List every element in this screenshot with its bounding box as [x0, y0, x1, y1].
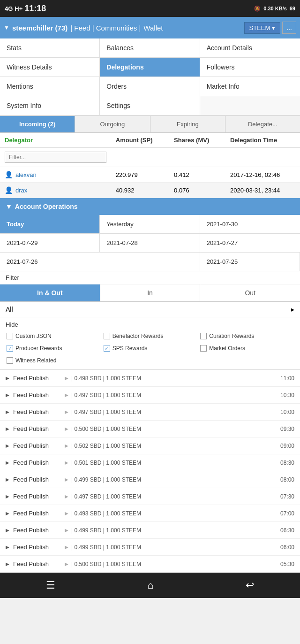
hide-witness-related[interactable]: Witness Related [6, 355, 101, 366]
checkbox-producer-rewards[interactable] [7, 345, 13, 352]
play-icon[interactable]: ▶ [65, 392, 68, 398]
checkbox-curation-rewards[interactable] [200, 333, 207, 339]
play-icon[interactable]: ▶ [65, 460, 68, 465]
menu-balances[interactable]: Balances [100, 38, 200, 58]
expand-icon[interactable]: ▶ [6, 376, 9, 381]
play-icon[interactable]: ▶ [65, 528, 68, 533]
play-icon[interactable]: ▶ [65, 544, 68, 550]
menu-button[interactable]: ☰ [37, 575, 65, 595]
home-button[interactable]: ⌂ [138, 575, 163, 595]
status-bar: 4G H+ 11:18 🔕 0.30 KB/s 69 [0, 0, 300, 17]
amount-cell: 220.979 [111, 167, 169, 183]
operation-row: ▶ Feed Publish ▶ | 0.500 SBD | 1.000 STE… [0, 421, 300, 437]
menu-mentions[interactable]: Mentions [0, 77, 100, 96]
more-options-button[interactable]: ... [282, 22, 296, 34]
play-icon[interactable]: ▶ [65, 426, 68, 431]
dropdown-triangle-icon[interactable]: ▼ [4, 24, 9, 31]
menu-witness-details[interactable]: Witness Details [0, 58, 100, 77]
all-dropdown[interactable]: All ▸ [0, 302, 300, 317]
tab-outgoing[interactable]: Outgoing [75, 116, 150, 132]
status-right: 🔕 0.30 KB/s 69 [254, 6, 295, 12]
menu-account-details[interactable]: Account Details [200, 38, 300, 58]
op-details: | 0.500 SBD | 1.000 STEEM [71, 426, 280, 432]
date-2021-07-29[interactable]: 2021-07-29 [0, 234, 100, 253]
menu-settings[interactable]: Settings [100, 96, 200, 115]
all-label: All [6, 306, 13, 313]
checkbox-custom-json[interactable] [7, 333, 13, 339]
op-details: | 0.498 SBD | 1.000 STEEM [71, 375, 280, 382]
speed-indicator: 0.30 KB/s [263, 6, 287, 11]
date-2021-07-26[interactable]: 2021-07-26 [0, 253, 200, 271]
menu-orders[interactable]: Orders [100, 77, 200, 96]
expand-icon[interactable]: ▶ [6, 426, 9, 431]
username[interactable]: steemchiller (73) [12, 24, 68, 32]
expand-icon[interactable]: ▶ [6, 392, 9, 398]
checkbox-witness-related[interactable] [7, 357, 13, 364]
checkbox-sps-rewards[interactable] [104, 345, 110, 352]
hide-custom-json[interactable]: Custom JSON [6, 331, 101, 341]
chevron-down-icon: ▾ [272, 24, 275, 31]
hide-producer-rewards[interactable]: Producer Rewards [6, 343, 101, 353]
play-icon[interactable]: ▶ [65, 494, 68, 499]
op-name: Feed Publish [13, 560, 65, 567]
hide-benefactor-rewards[interactable]: Benefactor Rewards [103, 331, 198, 341]
op-time: 08:30 [280, 460, 294, 466]
hide-sps-rewards[interactable]: SPS Rewards [103, 343, 198, 353]
expand-icon[interactable]: ▶ [6, 460, 9, 465]
date-2021-07-25[interactable]: 2021-07-25 [200, 253, 300, 271]
expand-icon[interactable]: ▶ [6, 494, 9, 499]
play-icon[interactable]: ▶ [65, 443, 68, 448]
operation-row: ▶ Feed Publish ▶ | 0.497 SBD | 1.000 STE… [0, 488, 300, 505]
tab-in[interactable]: In [100, 284, 201, 301]
op-time: 09:00 [280, 443, 294, 449]
menu-delegations[interactable]: Delegations [100, 58, 200, 77]
expand-icon[interactable]: ▶ [6, 511, 9, 516]
hide-label: Hide [6, 321, 294, 328]
op-time: 10:30 [280, 392, 294, 399]
play-icon[interactable]: ▶ [65, 477, 68, 482]
op-time: 08:00 [280, 476, 294, 483]
nav-links: | Feed | Communities | [70, 24, 141, 32]
signal-icon: 4G [5, 5, 13, 12]
menu-system-info[interactable]: System Info [0, 96, 100, 115]
expand-icon[interactable]: ▶ [6, 544, 9, 550]
date-2021-07-27[interactable]: 2021-07-27 [200, 234, 300, 253]
delegator-name[interactable]: alexvan [15, 171, 37, 178]
delegator-name[interactable]: drax [15, 187, 27, 194]
op-name: Feed Publish [13, 442, 65, 449]
tab-delegate[interactable]: Delegate... [225, 116, 300, 132]
delegator-filter-input[interactable] [5, 152, 106, 163]
tab-expiring[interactable]: Expiring [150, 116, 225, 132]
back-button[interactable]: ↩ [236, 575, 263, 595]
checkbox-market-orders[interactable] [200, 345, 207, 352]
play-icon[interactable]: ▶ [65, 561, 68, 567]
play-icon[interactable]: ▶ [65, 376, 68, 381]
operation-row: ▶ Feed Publish ▶ | 0.500 SBD | 1.000 STE… [0, 556, 300, 573]
expand-icon[interactable]: ▶ [6, 477, 9, 482]
expand-icon[interactable]: ▶ [6, 528, 9, 533]
date-2021-07-30[interactable]: 2021-07-30 [200, 215, 300, 234]
steem-button[interactable]: STEEM ▾ [244, 22, 281, 34]
expand-icon[interactable]: ▶ [6, 443, 9, 448]
checkbox-benefactor-rewards[interactable] [104, 333, 110, 339]
menu-market-info[interactable]: Market Info [200, 77, 300, 96]
hide-curation-rewards[interactable]: Curation Rewards [199, 331, 294, 341]
expand-icon[interactable]: ▶ [6, 409, 9, 414]
hide-market-orders[interactable]: Market Orders [199, 343, 294, 353]
expand-icon[interactable]: ▶ [6, 561, 9, 567]
op-details: | 0.497 SBD | 1.000 STEEM [71, 392, 280, 399]
tab-out[interactable]: Out [200, 284, 300, 301]
tab-incoming[interactable]: Incoming (2) [0, 116, 75, 132]
menu-followers[interactable]: Followers [200, 58, 300, 77]
op-name: Feed Publish [13, 425, 65, 432]
op-time: 11:00 [280, 375, 294, 382]
date-yesterday[interactable]: Yesterday [100, 215, 200, 234]
menu-stats[interactable]: Stats [0, 38, 100, 58]
wallet-link[interactable]: Wallet [143, 24, 163, 32]
date-today[interactable]: Today [0, 215, 100, 234]
date-2021-07-28[interactable]: 2021-07-28 [100, 234, 200, 253]
tab-in-out[interactable]: In & Out [0, 284, 100, 301]
operation-row: ▶ Feed Publish ▶ | 0.493 SBD | 1.000 STE… [0, 505, 300, 522]
play-icon[interactable]: ▶ [65, 409, 68, 414]
play-icon[interactable]: ▶ [65, 511, 68, 516]
